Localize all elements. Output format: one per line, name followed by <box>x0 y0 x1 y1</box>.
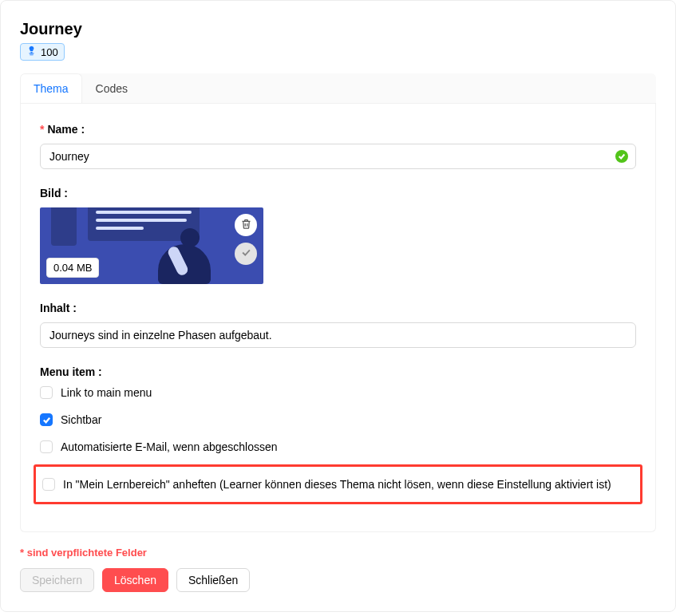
inhalt-input[interactable] <box>40 322 636 348</box>
brain-icon <box>26 45 37 58</box>
required-asterisk: * <box>40 123 44 136</box>
field-content: Inhalt : <box>40 302 636 348</box>
checkbox-icon <box>40 386 53 399</box>
tab-bar: Thema Codes <box>20 73 656 104</box>
action-buttons: Speichern Löschen Schließen <box>20 568 656 592</box>
checkmark-icon <box>240 247 252 261</box>
name-input[interactable] <box>40 144 636 169</box>
checkbox-link-main-menu[interactable]: Link to main menu <box>40 386 636 399</box>
checkbox-anheften[interactable]: In "Mein Lernbereich" anheften (Learner … <box>42 478 634 491</box>
field-name: *Name : <box>40 123 636 169</box>
field-menu-item: Menu item : Link to main menu Sichtbar A… <box>40 365 636 504</box>
checkbox-label: Sichtbar <box>61 413 101 426</box>
inhalt-label: Inhalt : <box>40 302 636 314</box>
image-preview[interactable]: 0.04 MB <box>40 207 263 284</box>
checkbox-label: Automatisierte E-Mail, wenn abgeschlosse… <box>61 440 278 453</box>
field-image: Bild : 0.04 MB <box>40 187 636 284</box>
tabs: Thema Codes *Name : Bild : <box>20 73 656 532</box>
highlighted-area: In "Mein Lernbereich" anheften (Learner … <box>34 464 642 504</box>
checkbox-icon <box>42 478 55 491</box>
tab-panel-thema: *Name : Bild : <box>20 104 656 532</box>
name-label: *Name : <box>40 123 636 136</box>
bild-label: Bild : <box>40 187 636 199</box>
tab-thema[interactable]: Thema <box>20 73 82 104</box>
checkbox-auto-email[interactable]: Automatisierte E-Mail, wenn abgeschlosse… <box>40 440 636 453</box>
points-value: 100 <box>41 46 58 58</box>
page-title: Journey <box>20 20 656 38</box>
trash-icon <box>240 218 252 232</box>
checkbox-label: In "Mein Lernbereich" anheften (Learner … <box>63 478 611 491</box>
checkbox-icon <box>40 413 53 426</box>
checkbox-icon <box>40 440 53 453</box>
image-size-label: 0.04 MB <box>46 258 99 278</box>
checkbox-label: Link to main menu <box>61 386 152 399</box>
points-badge: 100 <box>20 43 65 61</box>
tab-codes[interactable]: Codes <box>82 73 141 103</box>
save-button[interactable]: Speichern <box>20 568 94 592</box>
close-button[interactable]: Schließen <box>176 568 250 592</box>
menu-item-label: Menu item : <box>40 365 636 378</box>
checkmark-icon <box>615 150 628 163</box>
checkbox-sichtbar[interactable]: Sichtbar <box>40 413 636 426</box>
required-fields-note: * sind verpflichtete Felder <box>20 547 656 559</box>
delete-image-button[interactable] <box>235 214 257 236</box>
delete-button[interactable]: Löschen <box>102 568 168 592</box>
approve-image-button[interactable] <box>235 243 257 265</box>
settings-panel: Journey 100 Thema Codes *Name : <box>0 0 676 612</box>
